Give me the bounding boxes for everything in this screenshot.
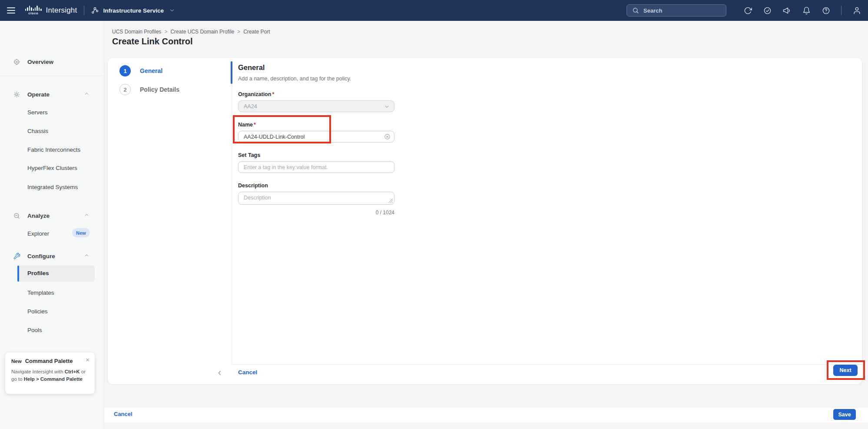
sidebar-item-templates[interactable]: Templates: [0, 286, 104, 299]
next-button[interactable]: Next: [833, 365, 858, 376]
description-field-wrap: [238, 192, 394, 206]
wizard-cancel-button[interactable]: Cancel: [238, 369, 257, 376]
analyze-icon: [13, 212, 20, 219]
sidebar-item-fabric-interconnects[interactable]: Fabric Interconnects: [0, 143, 104, 156]
description-label: Description: [238, 183, 394, 189]
menu-icon[interactable]: [7, 5, 17, 16]
brand-title: Intersight: [46, 6, 77, 15]
required-asterisk: *: [272, 91, 274, 97]
sidebar-item-explorer[interactable]: Explorer New: [0, 227, 104, 239]
sidebar-section-analyze[interactable]: Analyze: [0, 210, 104, 222]
clear-icon[interactable]: [384, 133, 391, 140]
megaphone-icon[interactable]: [782, 6, 791, 15]
service-switcher[interactable]: Infrastructure Service: [90, 6, 176, 15]
sidebar-item-label: Profiles: [27, 270, 49, 276]
sidebar-section-operate[interactable]: Operate: [0, 88, 104, 100]
check-circle-icon[interactable]: [763, 6, 772, 15]
collapse-steps-icon[interactable]: [216, 369, 224, 377]
global-search[interactable]: [626, 4, 726, 17]
palette-shortcut: Ctrl+K: [65, 369, 80, 374]
sidebar-item-label: Pools: [27, 327, 42, 333]
service-switcher-icon: [90, 6, 99, 15]
breadcrumb-separator: >: [164, 29, 167, 35]
cisco-logo-word: cisco: [28, 11, 38, 15]
chevron-up-icon[interactable]: [84, 252, 89, 260]
breadcrumb-ucs-domain-profiles[interactable]: UCS Domain Profiles: [112, 29, 161, 35]
search-icon: [631, 6, 640, 15]
new-badge: New: [11, 359, 22, 364]
breadcrumb-create-port[interactable]: Create Port: [243, 29, 270, 35]
save-button[interactable]: Save: [833, 409, 856, 420]
description-textarea[interactable]: [238, 192, 394, 205]
description-counter: 0 / 1024: [238, 210, 394, 216]
step-number: 2: [119, 84, 131, 95]
page-title: Create Link Control: [112, 37, 193, 47]
general-form: General Add a name, description, and tag…: [238, 63, 394, 216]
sidebar-item-label: Servers: [27, 109, 48, 116]
organization-value: AA24: [244, 103, 257, 110]
sidebar-item-chassis[interactable]: Chassis: [0, 125, 104, 137]
sidebar-item-servers[interactable]: Servers: [0, 106, 104, 118]
set-tags-field-wrap: [238, 161, 394, 173]
sidebar: Overview Operate Servers Chassis Fabric …: [0, 21, 104, 429]
command-palette-title: Command Palette: [25, 358, 73, 364]
steps-active-indicator: [231, 61, 232, 84]
sidebar-item-label: Explorer: [27, 230, 49, 237]
sidebar-item-overview[interactable]: Overview: [0, 56, 104, 68]
label-text: Organization: [238, 91, 271, 97]
sidebar-item-policies[interactable]: Policies: [0, 305, 104, 317]
name-label: Name*: [238, 122, 394, 128]
service-name: Infrastructure Service: [103, 7, 164, 14]
sidebar-item-label: Fabric Interconnects: [27, 146, 80, 153]
sidebar-item-hyperflex-clusters[interactable]: HyperFlex Clusters: [0, 162, 104, 174]
header-divider: [84, 6, 84, 15]
cancel-button[interactable]: Cancel: [114, 411, 133, 417]
wizard-step-policy-details[interactable]: 2 Policy Details: [119, 84, 179, 95]
wizard-footer-divider: [232, 364, 862, 365]
gear-icon: [13, 90, 20, 98]
form-heading: General: [238, 63, 394, 72]
step-label: Policy Details: [140, 86, 179, 93]
command-palette-body: Navigate Intersight with Ctrl+K or go to…: [11, 368, 89, 383]
search-input[interactable]: [643, 7, 722, 14]
help-icon[interactable]: [822, 6, 830, 15]
step-label: General: [140, 67, 162, 74]
set-tags-input[interactable]: [238, 161, 394, 173]
organization-select[interactable]: AA24: [238, 100, 394, 112]
bell-icon[interactable]: [802, 6, 811, 15]
organization-label: Organization*: [238, 91, 394, 97]
bottom-action-bar: Cancel Save: [104, 407, 868, 422]
sidebar-item-integrated-systems[interactable]: Integrated Systems: [0, 181, 104, 193]
refresh-icon[interactable]: [743, 6, 752, 15]
sidebar-item-profiles[interactable]: Profiles: [17, 266, 95, 282]
command-palette-header: New Command Palette: [11, 358, 89, 364]
sidebar-section-label: Analyze: [27, 213, 50, 219]
breadcrumb-separator: >: [237, 29, 240, 35]
wizard-step-general[interactable]: 1 General: [119, 65, 162, 76]
palette-text: Navigate Intersight with: [11, 369, 65, 374]
sidebar-item-label: Chassis: [27, 128, 48, 134]
sidebar-section-configure[interactable]: Configure: [0, 250, 104, 262]
breadcrumb: UCS Domain Profiles > Create UCS Domain …: [112, 29, 270, 35]
cisco-logo: cisco: [25, 6, 42, 15]
cisco-logo-bars: [25, 6, 42, 11]
new-badge: New: [72, 228, 90, 237]
sidebar-item-label: Templates: [27, 289, 54, 296]
wizard-card: 1 General 2 Policy Details General Add a…: [108, 58, 862, 384]
breadcrumb-create-ucs-domain-profile[interactable]: Create UCS Domain Profile: [170, 29, 234, 35]
close-icon[interactable]: ×: [86, 356, 89, 363]
user-icon[interactable]: [852, 6, 861, 15]
palette-menu-path: Help > Command Palette: [24, 376, 83, 382]
sidebar-item-pools[interactable]: Pools: [0, 324, 104, 336]
chevron-down-icon: [384, 104, 390, 111]
header-divider: [841, 6, 841, 15]
chevron-up-icon[interactable]: [84, 90, 89, 98]
sidebar-item-label: HyperFlex Clusters: [27, 165, 77, 171]
set-tags-label: Set Tags: [238, 152, 394, 158]
command-palette-card: New Command Palette × Navigate Intersigh…: [5, 353, 95, 394]
chevron-up-icon[interactable]: [84, 212, 89, 219]
sidebar-section-label: Configure: [27, 253, 55, 259]
top-header: cisco Intersight Infrastructure Service: [0, 0, 868, 21]
name-input[interactable]: [238, 131, 394, 143]
chevron-down-icon: [168, 6, 176, 15]
